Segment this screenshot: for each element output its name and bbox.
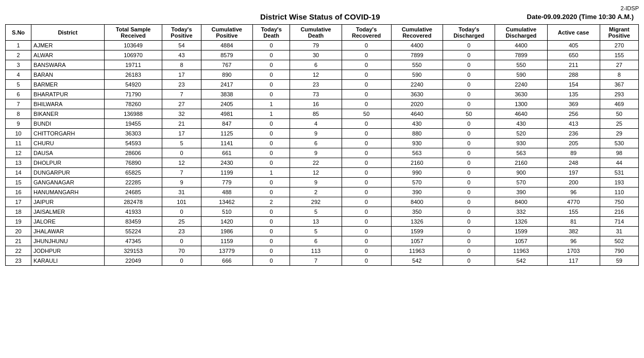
data-cell: 6 <box>6 90 31 99</box>
data-cell: 30 <box>290 50 342 60</box>
district-name-cell: BANSWARA <box>31 60 105 70</box>
table-row: 15GANGANAGAR2228597790905700570200193 <box>6 178 639 187</box>
data-cell: 900 <box>495 168 547 178</box>
data-cell: 5 <box>290 207 342 217</box>
data-cell: 8400 <box>391 197 443 207</box>
data-cell: 16 <box>290 99 342 109</box>
data-cell: 78260 <box>104 99 162 109</box>
data-cell: 9 <box>290 129 342 139</box>
data-cell: 59 <box>600 256 638 266</box>
col-today-recovered: Today'sRecovered <box>342 25 391 41</box>
data-cell: 20 <box>6 227 31 236</box>
data-cell: 510 <box>201 207 252 217</box>
data-cell: 0 <box>252 50 290 60</box>
data-cell: 2 <box>252 197 290 207</box>
data-cell: 329153 <box>104 246 162 256</box>
data-cell: 44 <box>600 158 638 168</box>
data-cell: 0 <box>443 60 495 70</box>
col-cumulative-death: CumulativeDeath <box>290 25 342 41</box>
data-cell: 550 <box>495 60 547 70</box>
data-cell: 1199 <box>201 168 252 178</box>
data-cell: 9 <box>290 178 342 187</box>
col-migrant-positive: MigrantPositive <box>600 25 638 41</box>
district-name-cell: DUNGARPUR <box>31 168 105 178</box>
district-name-cell: BUNDI <box>31 119 105 129</box>
data-cell: 1159 <box>201 236 252 246</box>
data-cell: 1300 <box>495 99 547 109</box>
data-cell: 41933 <box>104 207 162 217</box>
data-cell: 0 <box>342 119 391 129</box>
data-cell: 0 <box>252 256 290 266</box>
data-cell: 0 <box>342 256 391 266</box>
data-cell: 43 <box>162 50 201 60</box>
data-cell: 4884 <box>201 41 252 50</box>
data-cell: 21 <box>162 119 201 129</box>
data-cell: 0 <box>252 178 290 187</box>
data-cell: 50 <box>342 109 391 119</box>
col-sno: S.No <box>6 25 31 41</box>
data-cell: 1125 <box>201 129 252 139</box>
data-cell: 0 <box>252 246 290 256</box>
data-cell: 8 <box>162 60 201 70</box>
data-cell: 570 <box>391 178 443 187</box>
data-cell: 0 <box>342 50 391 60</box>
district-name-cell: DHOLPUR <box>31 158 105 168</box>
data-cell: 2430 <box>201 158 252 168</box>
data-cell: 79 <box>290 41 342 50</box>
data-cell: 54593 <box>104 139 162 148</box>
data-cell: 54920 <box>104 80 162 90</box>
data-cell: 2160 <box>391 158 443 168</box>
data-cell: 31 <box>600 227 638 236</box>
table-row: 18JAISALMER4193305100503500332155216 <box>6 207 639 217</box>
data-cell: 73 <box>290 90 342 99</box>
data-cell: 666 <box>201 256 252 266</box>
data-cell: 563 <box>495 148 547 158</box>
data-cell: 1 <box>252 168 290 178</box>
document-id: 2-IDSP <box>5 5 639 11</box>
data-cell: 19 <box>6 217 31 227</box>
table-row: 8BIKANER13698832498118550464050464025650 <box>6 109 639 119</box>
district-name-cell: AJMER <box>31 41 105 50</box>
data-cell: 6 <box>290 236 342 246</box>
data-cell: 155 <box>547 207 600 217</box>
table-row: 13DHOLPUR76890122430022021600216024844 <box>6 158 639 168</box>
data-cell: 390 <box>495 187 547 197</box>
data-cell: 530 <box>600 139 638 148</box>
table-row: 6BHARATPUR71790738380730363003630135293 <box>6 90 639 99</box>
data-cell: 9 <box>290 148 342 158</box>
data-cell: 13462 <box>201 197 252 207</box>
data-cell: 6 <box>290 139 342 148</box>
data-cell: 550 <box>391 60 443 70</box>
data-cell: 332 <box>495 207 547 217</box>
data-cell: 714 <box>600 217 638 227</box>
data-cell: 216 <box>600 207 638 217</box>
data-cell: 0 <box>252 217 290 227</box>
data-cell: 106970 <box>104 50 162 60</box>
data-cell: 382 <box>547 227 600 236</box>
data-cell: 7 <box>162 168 201 178</box>
data-cell: 270 <box>600 41 638 50</box>
table-row: 12DAUSA28606066109056305638998 <box>6 148 639 158</box>
data-cell: 8 <box>6 109 31 119</box>
data-cell: 98 <box>600 148 638 158</box>
data-cell: 9 <box>6 119 31 129</box>
data-cell: 2 <box>290 187 342 197</box>
data-cell: 17 <box>6 197 31 207</box>
data-cell: 101 <box>162 197 201 207</box>
data-cell: 11963 <box>495 246 547 256</box>
district-name-cell: JHUNJHUNU <box>31 236 105 246</box>
data-cell: 430 <box>391 119 443 129</box>
data-cell: 0 <box>443 119 495 129</box>
data-cell: 0 <box>443 227 495 236</box>
data-cell: 154 <box>547 80 600 90</box>
data-cell: 0 <box>252 41 290 50</box>
data-cell: 779 <box>201 178 252 187</box>
col-district: District <box>31 25 105 41</box>
data-cell: 0 <box>342 236 391 246</box>
data-cell: 117 <box>547 256 600 266</box>
data-cell: 542 <box>495 256 547 266</box>
data-cell: 2 <box>6 50 31 60</box>
data-cell: 13 <box>290 217 342 227</box>
data-cell: 570 <box>495 178 547 187</box>
data-cell: 0 <box>443 178 495 187</box>
